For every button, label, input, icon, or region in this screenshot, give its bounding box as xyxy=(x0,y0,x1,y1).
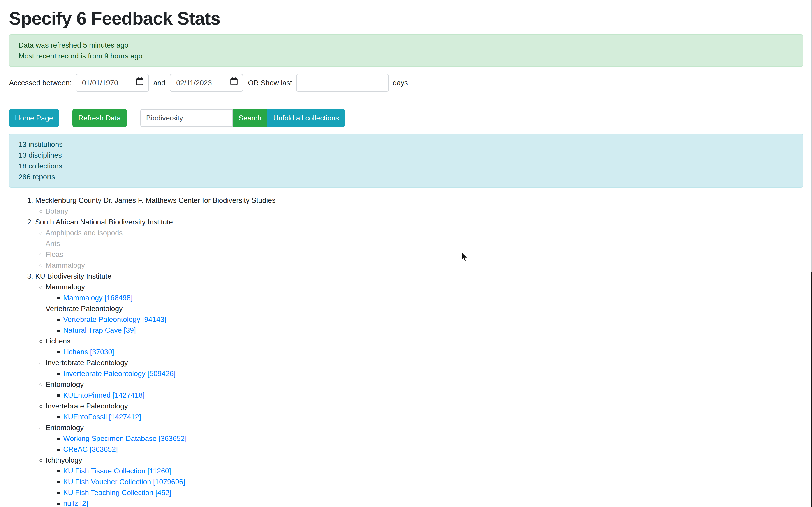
collection-item: Invertebrate Paleontology [509426] xyxy=(63,368,803,379)
disciplines-count: 13 disciplines xyxy=(18,150,794,161)
collection-item: Natural Trap Cave [39] xyxy=(63,325,803,336)
disciplines-list: Amphipods and isopodsAntsFleasMammalogy xyxy=(35,227,803,271)
data-refreshed-text: Data was refreshed 5 minutes ago xyxy=(18,40,794,51)
discipline-name: Lichens xyxy=(46,337,70,345)
collection-link[interactable]: Mammalogy [168498] xyxy=(63,294,133,302)
institution-name: Mecklenburg County Dr. James F. Matthews… xyxy=(35,196,275,204)
show-last-days-input[interactable] xyxy=(296,74,389,92)
discipline-item: IchthyologyKU Fish Tissue Collection [11… xyxy=(46,455,803,507)
collection-item: nullz [2] xyxy=(63,498,803,507)
discipline-name: Invertebrate Paleontology xyxy=(46,358,128,367)
search-input[interactable]: Biodiversity xyxy=(140,109,233,127)
end-date-input[interactable]: 02/11/2023 xyxy=(170,74,243,92)
institution-item: Mecklenburg County Dr. James F. Matthews… xyxy=(35,195,803,217)
collection-item: KU Fish Tissue Collection [11260] xyxy=(63,465,803,476)
or-show-last-label: OR Show last xyxy=(248,77,292,88)
calendar-icon[interactable] xyxy=(230,77,238,89)
collections-list: Invertebrate Paleontology [509426] xyxy=(46,368,803,379)
toolbar: Home Page Refresh Data Biodiversity Sear… xyxy=(9,109,803,127)
search-input-value: Biodiversity xyxy=(146,113,183,123)
institution-item: South African National Biodiversity Inst… xyxy=(35,217,803,271)
discipline-item: EntomologyKUEntoPinned [1427418] xyxy=(46,379,803,401)
collections-list: KUEntoPinned [1427418] xyxy=(46,390,803,401)
institution-name: South African National Biodiversity Inst… xyxy=(35,218,173,226)
collection-link[interactable]: Natural Trap Cave [39] xyxy=(63,326,136,334)
refresh-data-button[interactable]: Refresh Data xyxy=(72,109,127,127)
collection-link[interactable]: Working Specimen Database [363652] xyxy=(63,434,186,443)
discipline-item: Amphipods and isopods xyxy=(46,227,803,238)
discipline-name: Amphipods and isopods xyxy=(46,229,123,237)
collections-count: 18 collections xyxy=(18,161,794,171)
collections-list: Lichens [37030] xyxy=(46,346,803,357)
refresh-status-alert: Data was refreshed 5 minutes ago Most re… xyxy=(9,34,803,67)
discipline-item: Mammalogy xyxy=(46,260,803,271)
discipline-item: Vertebrate PaleontologyVertebrate Paleon… xyxy=(46,303,803,336)
discipline-item: EntomologyWorking Specimen Database [363… xyxy=(46,422,803,455)
discipline-name: Botany xyxy=(46,207,68,215)
discipline-item: Invertebrate PaleontologyKUEntoFossil [1… xyxy=(46,401,803,422)
collection-item: Lichens [37030] xyxy=(63,346,803,357)
page-title: Specify 6 Feedback Stats xyxy=(9,8,803,29)
collection-item: KU Fish Teaching Collection [452] xyxy=(63,487,803,498)
discipline-item: Fleas xyxy=(46,249,803,260)
collection-item: KUEntoFossil [1427412] xyxy=(63,411,803,422)
collection-link[interactable]: KUEntoFossil [1427412] xyxy=(63,413,141,421)
institution-name: KU Biodiversity Institute xyxy=(35,272,111,280)
discipline-name: Mammalogy xyxy=(46,261,85,269)
discipline-item: LichensLichens [37030] xyxy=(46,336,803,357)
search-button[interactable]: Search xyxy=(233,109,267,127)
collections-list: Vertebrate Paleontology [94143]Natural T… xyxy=(46,314,803,336)
mouse-cursor xyxy=(461,252,469,266)
and-label: and xyxy=(153,77,165,88)
collections-list: Mammalogy [168498] xyxy=(46,292,803,303)
collection-item: Mammalogy [168498] xyxy=(63,292,803,303)
institution-item: KU Biodiversity InstituteMammalogyMammal… xyxy=(35,271,803,507)
collection-item: Working Specimen Database [363652] xyxy=(63,433,803,444)
collection-item: KU Fish Voucher Collection [1079696] xyxy=(63,476,803,487)
search-group: Biodiversity Search Unfold all collectio… xyxy=(140,109,345,127)
collections-list: KU Fish Tissue Collection [11260]KU Fish… xyxy=(46,465,803,507)
collection-link[interactable]: KU Fish Teaching Collection [452] xyxy=(63,489,171,497)
collection-link[interactable]: Invertebrate Paleontology [509426] xyxy=(63,370,175,378)
stats-summary-box: 13 institutions 13 disciplines 18 collec… xyxy=(9,133,803,188)
start-date-value: 01/01/1970 xyxy=(82,77,118,88)
discipline-name: Vertebrate Paleontology xyxy=(46,304,123,313)
scrollbar-thumb[interactable] xyxy=(811,272,812,507)
start-date-input[interactable]: 01/01/1970 xyxy=(76,74,149,92)
institutions-list: Mecklenburg County Dr. James F. Matthews… xyxy=(9,195,803,507)
unfold-all-collections-button[interactable]: Unfold all collections xyxy=(267,109,345,127)
days-label: days xyxy=(393,77,408,88)
discipline-item: Invertebrate PaleontologyInvertebrate Pa… xyxy=(46,357,803,379)
home-page-button[interactable]: Home Page xyxy=(9,109,59,127)
discipline-name: Ants xyxy=(46,239,60,248)
discipline-item: Botany xyxy=(46,206,803,217)
collection-link[interactable]: nullz [2] xyxy=(63,499,88,507)
discipline-name: Entomology xyxy=(46,380,84,388)
discipline-item: MammalogyMammalogy [168498] xyxy=(46,281,803,303)
discipline-name: Fleas xyxy=(46,250,63,259)
discipline-name: Entomology xyxy=(46,424,84,432)
date-filter-row: Accessed between: 01/01/1970 and 02/11/2… xyxy=(9,74,803,92)
collection-item: Vertebrate Paleontology [94143] xyxy=(63,314,803,325)
page: Specify 6 Feedback Stats Data was refres… xyxy=(0,8,812,507)
most-recent-record-text: Most recent record is from 9 hours ago xyxy=(18,51,794,61)
collection-link[interactable]: KUEntoPinned [1427418] xyxy=(63,391,145,399)
calendar-icon[interactable] xyxy=(136,77,144,89)
collection-link[interactable]: Lichens [37030] xyxy=(63,348,114,356)
end-date-value: 02/11/2023 xyxy=(176,77,212,88)
discipline-item: Ants xyxy=(46,238,803,249)
collection-link[interactable]: Vertebrate Paleontology [94143] xyxy=(63,315,166,324)
discipline-name: Ichthyology xyxy=(46,456,82,464)
accessed-between-label: Accessed between: xyxy=(9,77,72,88)
discipline-name: Mammalogy xyxy=(46,283,85,291)
collection-item: CReAC [363652] xyxy=(63,444,803,455)
collection-link[interactable]: KU Fish Tissue Collection [11260] xyxy=(63,467,171,475)
collection-link[interactable]: KU Fish Voucher Collection [1079696] xyxy=(63,478,185,486)
reports-count: 286 reports xyxy=(18,171,794,182)
collection-link[interactable]: CReAC [363652] xyxy=(63,445,118,453)
disciplines-list: MammalogyMammalogy [168498]Vertebrate Pa… xyxy=(35,281,803,507)
collection-item: KUEntoPinned [1427418] xyxy=(63,390,803,401)
disciplines-list: Botany xyxy=(35,206,803,217)
scrollbar-track xyxy=(811,0,812,272)
collections-list: KUEntoFossil [1427412] xyxy=(46,411,803,422)
